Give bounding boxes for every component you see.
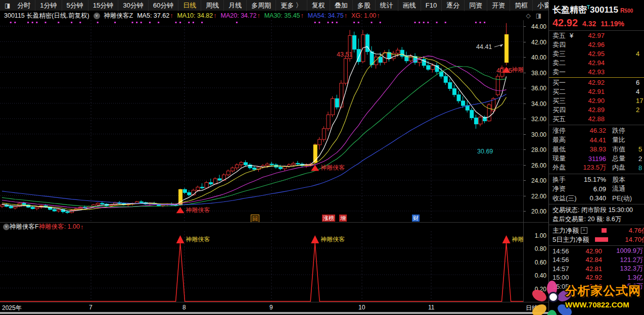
trading-app-window: ◨ 分时1分钟5分钟15分钟30分钟60分钟日线周线月线多周期更多 〉 复权叠加… [0, 0, 644, 315]
bid-price: 42.92 [577, 79, 605, 86]
svg-text:神雕侠客: 神雕侠客 [320, 164, 345, 171]
up-arrow-icon: ↑ [213, 12, 216, 19]
menu-item-1[interactable]: 1分钟 [35, 0, 61, 11]
menu-item-8[interactable]: 月线 [223, 0, 246, 11]
stock-code: 300115 [590, 5, 618, 15]
quote-stats: 涨停46.32跌停最高44.41量比最低38.93市值5现量31196总量2外盘… [549, 126, 644, 203]
stat-row: 净资6.09流通 [549, 184, 644, 193]
menu-item-2[interactable]: 5分钟 [62, 0, 88, 11]
ask-row-3[interactable]: 卖二42.94 [549, 59, 644, 68]
collapse-sub-indicator-icon[interactable]: ˅ [3, 224, 10, 230]
stat-row: 收益(三)0.340PE(动) [549, 193, 644, 202]
event-badge-回[interactable]: 回 [251, 215, 259, 223]
up-arrow-icon: ↑ [257, 12, 260, 19]
bid-levels[interactable]: 买一42.926买二42.914买三42.9017买四42.892买五42.88 [549, 78, 644, 124]
ask-row-0[interactable]: 卖五¥42.97 [549, 31, 644, 40]
diamond-icon[interactable]: ◇ [526, 12, 530, 19]
tool-item-9[interactable]: 简框 [510, 0, 532, 11]
flower-center [548, 292, 559, 302]
svg-text:神雕侠客: 神雕侠客 [512, 66, 523, 73]
timeframe-menu: 分时1分钟5分钟15分钟30分钟60分钟日线周线月线多周期更多 〉 [13, 0, 307, 11]
menu-item-0[interactable]: 分时 [13, 0, 35, 11]
ask-row-1[interactable]: 卖四42.96 [549, 40, 644, 49]
indicator-axis-label: 1.00 [524, 232, 546, 239]
up-arrow-icon: ↑ [301, 12, 304, 19]
menu-item-4[interactable]: 30分钟 [118, 0, 148, 11]
svg-text:30.69: 30.69 [477, 148, 493, 155]
date-axis-label: 8 [182, 304, 186, 311]
menu-item-9[interactable]: 多周期 [246, 0, 275, 11]
fund-row: 主力净额≡4.76亿 [549, 226, 644, 235]
ma-readout-4: MA54: 34.75↑ [308, 12, 347, 19]
stock-name: 长盈精密 [553, 5, 587, 15]
panel-toggle-right-icon[interactable]: ◨ [536, 12, 541, 19]
watermark-url: WWW.70822.COM [565, 300, 641, 309]
tool-item-8[interactable]: 开资 [487, 0, 510, 11]
svg-text:神雕侠客: 神雕侠客 [320, 236, 345, 243]
ma-readout-5: XG: 1.00↑ [351, 12, 380, 19]
menu-item-6[interactable]: 日线 [178, 0, 201, 11]
stat-row: 外盘123.5万内盘8 [549, 163, 644, 172]
tool-item-3[interactable]: 统计 [375, 0, 398, 11]
main-candlestick-chart[interactable]: 神雕侠客神雕侠客神雕侠客43.5144.4140.8530.69←19.63回涨… [0, 20, 523, 222]
status-line: 盘后交易量: 20 额: 8.6万 [549, 215, 644, 224]
sub-indicator-header: ˅ 神雕侠客F 神雕侠客: 1.00 ↑ [0, 222, 548, 231]
bid-row-2[interactable]: 买三42.9017 [549, 96, 644, 106]
tick-row: 14:5642.901009.9万 [549, 247, 644, 255]
stat-row: 最高44.41量比 [549, 135, 644, 144]
event-badge-增[interactable]: 增 [339, 215, 347, 222]
ma-readout-3: MA30: 35.45↑ [264, 12, 304, 19]
bid-row-4[interactable]: 买五42.88 [549, 115, 644, 124]
fund-value: 4.76亿 [629, 226, 644, 235]
bid-row-1[interactable]: 买二42.914 [549, 87, 644, 96]
svg-text:40.85: 40.85 [496, 67, 512, 74]
event-badge-财[interactable]: 财 [412, 215, 420, 222]
fund-value: 14.70亿 [625, 235, 644, 244]
ask-row-4[interactable]: 卖一42.93 [549, 68, 644, 77]
svg-text:43.51: 43.51 [337, 51, 352, 58]
price-axis-label: 44.00 [524, 23, 546, 30]
tool-item-7[interactable]: 同资 [464, 0, 487, 11]
menu-item-7[interactable]: 周线 [201, 0, 223, 11]
tool-item-6[interactable]: 逐分 [441, 0, 464, 11]
ask-price: 42.96 [577, 41, 605, 48]
list-icon[interactable]: ≡ [581, 227, 587, 234]
panel-toggle-left-icon[interactable]: ◨ [2, 2, 13, 9]
collapse-main-indicator-icon[interactable]: ˅ [94, 13, 100, 19]
date-axis-label: 7 [89, 304, 93, 311]
sub-indicator-svg: 神雕侠客神雕侠客神雕侠客 [0, 231, 523, 302]
ask-volume: 4 [636, 50, 639, 58]
bid-row-3[interactable]: 买四42.892 [549, 106, 644, 115]
menu-item-10[interactable]: 更多 〉 [275, 0, 307, 11]
sub-indicator-chart[interactable]: 神雕侠客神雕侠客神雕侠客 [0, 231, 523, 302]
ask-row-2[interactable]: 卖三42.954 [549, 49, 644, 59]
tool-item-1[interactable]: 叠加 [330, 0, 352, 11]
r500-tag: 500 [625, 8, 633, 14]
price-change: 4.32 [582, 18, 596, 29]
candles-svg: 神雕侠客神雕侠客神雕侠客43.5144.4140.8530.69←19.63 [0, 20, 523, 222]
price-axis-label: 42.00 [524, 39, 546, 46]
menu-item-3[interactable]: 15分钟 [88, 0, 118, 11]
svg-text:44.41: 44.41 [476, 43, 492, 50]
tool-item-4[interactable]: 画线 [398, 0, 421, 11]
date-axis-label: 9 [269, 304, 273, 311]
tick-row: 14:5642.84121.2万 [549, 255, 644, 264]
cursor-flag: ¥ [570, 32, 577, 39]
symbol-title: 300115 长盈精密(日线.前复权) [4, 12, 89, 20]
price-axis-label: 26.00 [524, 162, 546, 169]
event-badge-涨榜[interactable]: 涨榜 [322, 215, 335, 222]
tool-item-0[interactable]: 复权 [307, 0, 330, 11]
ask-levels[interactable]: 卖五¥42.97卖四42.96卖三42.954卖二42.94卖一42.93 [549, 30, 644, 77]
quote-header: 长盈精密T300115R500 42.92 4.32 11.19% [549, 0, 644, 30]
ask-price: 42.97 [577, 32, 605, 39]
tool-item-5[interactable]: F10 [421, 0, 441, 11]
top-toolbar: ◨ 分时1分钟5分钟15分钟30分钟60分钟日线周线月线多周期更多 〉 复权叠加… [0, 0, 548, 11]
bid-row-0[interactable]: 买一42.926 [549, 78, 644, 87]
price-axis-label: 30.00 [524, 131, 546, 138]
menu-item-5[interactable]: 60分钟 [148, 0, 178, 11]
main-fund-flow: 主力净额≡4.76亿5日主力净额14.70亿 [549, 226, 644, 244]
svg-text:神雕侠客: 神雕侠客 [186, 206, 210, 214]
chart-title-bar: 300115 长盈精密(日线.前复权) ˅ 神雕侠客Z MA5: 37.62↑M… [0, 11, 548, 20]
tool-item-2[interactable]: 多股 [352, 0, 375, 11]
tick-row: 14:5742.81132.3万 [549, 265, 644, 273]
